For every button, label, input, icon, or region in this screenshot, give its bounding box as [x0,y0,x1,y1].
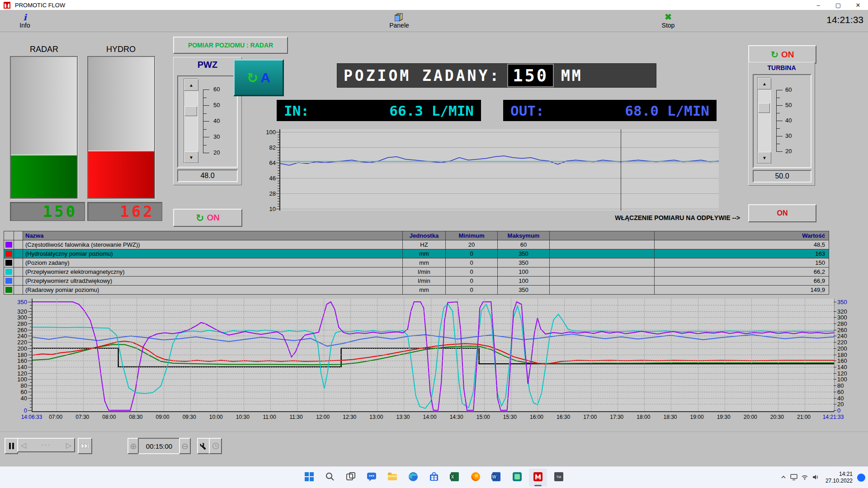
y-axis-label: 28 [253,190,276,197]
time-settings-button[interactable] [209,438,222,454]
y-axis-tick-right [834,404,836,404]
table-row-name[interactable]: (Przepływomierz ultradźwiękowy) [23,277,403,286]
pwz-slider-thumb[interactable] [184,106,197,116]
table-row-max: 60 [498,240,550,249]
turbina-on-bottom-button[interactable]: ON [748,204,816,222]
taskbar-app-chat[interactable] [363,469,381,487]
x-axis-label: 07:30 [75,414,89,420]
monitor-icon[interactable] [790,474,797,482]
gridline-v [725,299,725,411]
y-axis-minor-tick-left [30,398,32,399]
close-button[interactable]: ✕ [848,0,868,10]
table-row-name[interactable]: (Przepływomierz elektromagnetyczny) [23,267,403,277]
promotic-logo-icon [4,2,10,9]
info-button[interactable]: i Info [5,11,45,31]
hydro-value-display: 162 [87,202,162,221]
step-back-icon[interactable]: ◁ [21,441,26,450]
maximize-button[interactable]: ▢ [828,0,848,10]
taskbar-app-tia[interactable]: TIA [550,469,568,487]
gridline-v [591,299,591,411]
pwz-slider-up-button[interactable]: ▲ [184,79,198,91]
turbina-on-top-button[interactable]: ↻ ON [748,45,816,64]
taskbar-app-store[interactable] [425,469,443,487]
skip-to-end-button[interactable] [78,438,92,454]
svg-text:W: W [492,474,496,479]
table-header-nazwa[interactable]: Nazwa [23,231,403,240]
y-axis-tick-right [834,311,836,312]
skip-end-icon [81,443,89,449]
y-axis-tick-right [834,367,836,367]
time-window-field[interactable]: 00:15:00 [138,438,180,454]
chevron-up-icon[interactable] [780,474,787,482]
scale-tick [203,153,209,153]
taskbar-app-task-view[interactable] [342,469,360,487]
parameters-table: NazwaJednostkaMinimumMaksymumWartość(Czę… [4,231,829,295]
scale-minor-tick [776,113,780,113]
y-axis-minor-tick [278,142,279,143]
y-axis-minor-tick [278,145,279,145]
table-header-minimum[interactable]: Minimum [446,231,498,240]
pwz-slider-track[interactable]: ▲ ▼ [184,79,198,164]
pwz-panel: PWZ ▲ ▼ 6050403020 48.0 [173,57,242,185]
x-axis-label: 17:30 [610,414,623,420]
trend-line-przeplyw-in [280,156,719,165]
tray-clock[interactable]: 14:21 27.10.2022 [826,471,853,484]
table-row-max: 350 [498,249,550,258]
table-row-gap [550,267,655,277]
gridline [280,163,719,163]
gridline-v [297,299,297,411]
flow-trend-svg [280,129,719,211]
y-axis-tick-right [834,336,836,336]
y-axis-minor-tick [278,158,279,158]
table-header-maksymum[interactable]: Maksymum [498,231,550,240]
pomiar-poziomu-button[interactable]: POMIAR POZIOMU : RADAR [173,37,288,54]
setpoint-value-field[interactable]: 150 [507,64,554,87]
taskbar-app-word[interactable]: W [487,469,505,487]
scale-label: 50 [213,102,220,108]
pwz-value-field[interactable]: 48.0 [177,169,238,182]
auto-mode-label: A [260,70,270,85]
taskbar-app-app-teal[interactable] [508,469,526,487]
taskbar-app-excel[interactable]: X [446,469,464,487]
turbina-slider-track[interactable]: ▲ ▼ [757,77,771,164]
scale-minor-tick [776,128,780,129]
volume-icon[interactable] [812,474,819,482]
table-row-name[interactable]: (Poziom zadany) [23,258,403,267]
table-header-jednostka[interactable]: Jednostka [403,231,446,240]
flow-in-label: IN: [284,103,309,119]
gridline [280,193,719,194]
auto-mode-button[interactable]: ↻ A [233,59,284,96]
turbina-slider-down-button[interactable]: ▼ [758,152,771,164]
notification-badge[interactable] [857,474,865,482]
taskbar-app-file-explorer[interactable] [383,469,401,487]
pause-button[interactable] [5,438,18,454]
zoom-out-time-button[interactable]: ⊖ [179,438,191,454]
settings-button[interactable] [197,438,210,454]
turbina-slider-up-button[interactable]: ▲ [758,78,771,89]
taskbar-app-edge[interactable] [404,469,422,487]
table-row-name[interactable]: (Częstotliwość falownika (sterowanie PWZ… [23,240,403,249]
taskbar-app-promotic-active[interactable] [529,469,547,487]
taskbar-app-search[interactable] [321,469,339,487]
y-axis-minor-tick-left [30,364,32,364]
gridline-h [33,342,834,343]
gridline-v [137,299,137,411]
taskbar-app-firefox[interactable] [467,469,485,487]
y-axis-tick [276,209,279,209]
table-header-wartosc[interactable]: Wartość [655,231,829,240]
table-row-name[interactable]: (Hydrostatyczny pomiar poziomu) [23,249,403,258]
y-axis-minor-tick-left [30,345,32,346]
pwz-on-button[interactable]: ↻ ON [173,209,242,227]
turbina-value-field[interactable]: 50.0 [753,170,811,183]
stop-button[interactable]: ✖ Stop [648,11,689,31]
minimize-button[interactable]: – [808,0,828,10]
table-row-name[interactable]: (Radarowy pomiar poziomu) [23,286,403,295]
trend-cursor-line[interactable] [621,129,621,211]
network-icon[interactable] [801,474,808,482]
step-forward-icon[interactable]: ▷ [66,441,71,450]
pwz-slider-down-button[interactable]: ▼ [184,151,198,163]
taskbar-app-start[interactable] [300,469,318,487]
turbina-slider-thumb[interactable] [758,103,770,113]
panele-button[interactable]: Panele [379,11,420,31]
trend-scroll-bar[interactable]: ◁ ··· ▷ [17,438,75,452]
